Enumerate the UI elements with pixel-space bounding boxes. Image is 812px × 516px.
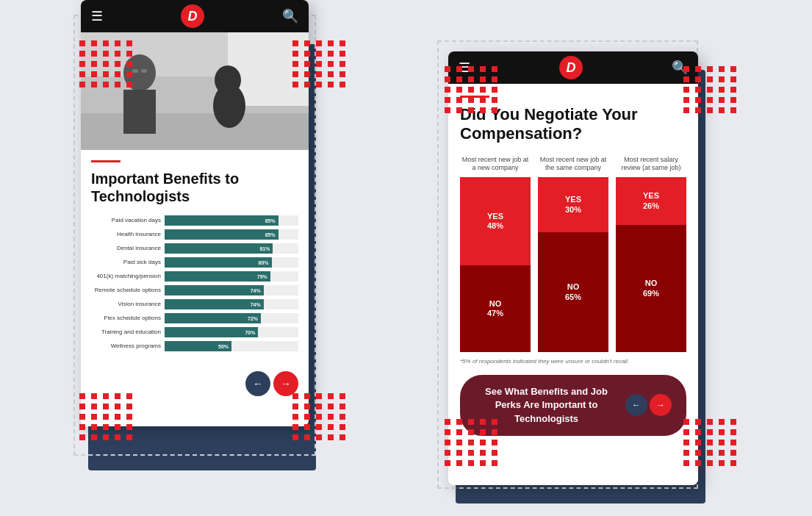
bar-label: Remote schedule options [91,287,161,294]
bar-seg-no: NO47% [460,265,531,352]
bar-value: 80% [259,260,269,265]
svg-rect-5 [123,90,156,134]
bar-column: Most recent new job at a new companyYES4… [460,156,531,352]
bar-label: Dental insurance [91,245,161,252]
bar-fill: 70% [165,327,258,337]
left-navbar: ☰ D 🔍 [81,0,309,32]
bar-value: 72% [248,316,258,321]
bar-seg-yes: YES26% [616,177,686,225]
dot-grid-top-left [79,40,134,87]
bar-col-label: Most recent salary review (at same job) [616,156,686,173]
bar-track: 85% [165,229,298,240]
bar-column: Most recent new job at the same companyY… [538,156,608,352]
bar-label: Vision insurance [91,301,161,308]
bar-value: 85% [265,218,276,223]
bar-value: 74% [251,288,261,293]
bar-fill: 80% [165,257,272,268]
cta-prev-arrow[interactable]: ← [625,394,647,416]
bar-label: Health insurance [91,231,161,238]
bar-track: 79% [165,271,298,282]
bar-row: 401(k) matching/pension79% [91,271,298,282]
cta-next-arrow[interactable]: → [650,394,672,416]
hamburger-icon[interactable]: ☰ [91,8,103,24]
bar-seg-yes: YES30% [538,177,608,232]
svg-rect-9 [141,69,147,73]
bar-row: Dental insurance81% [91,243,298,254]
bar-value: 85% [265,232,276,237]
negotiation-bar-chart: Most recent new job at a new companyYES4… [460,156,686,352]
bar-row: Flex schedule options72% [91,313,298,323]
bar-track: 81% [165,243,298,254]
dot-grid-bottom-left [79,393,134,440]
bar-value: 70% [245,330,255,335]
dot-grid-right-tl [445,66,499,113]
bar-track: 70% [165,327,298,337]
article-title: Important Benefits to Technologists [91,170,298,205]
bar-row: Wellness programs50% [91,341,298,351]
bar-row: Vision insurance74% [91,299,298,309]
bar-fill: 79% [165,271,270,282]
bar-row: Training and education70% [91,327,298,337]
bar-seg-no: NO65% [538,232,608,352]
right-logo: D [559,56,583,79]
benefits-bar-chart: Paid vacation days85%Health insurance85%… [91,215,298,351]
bar-track: 85% [165,215,298,226]
right-body: Did You Negotiate Your Compensation? Mos… [448,84,698,448]
bar-row: Health insurance85% [91,229,298,240]
bar-label: 401(k) matching/pension [91,273,161,280]
bar-value: 79% [257,274,267,279]
bar-column: Most recent salary review (at same job)Y… [616,156,686,352]
bar-stacked: YES30%NO65% [538,177,608,352]
bar-value: 74% [251,302,261,307]
dot-grid-right-br [683,419,738,466]
svg-rect-2 [81,113,309,150]
bar-fill: 74% [165,299,264,309]
svg-point-7 [213,84,245,128]
bar-fill: 74% [165,285,264,295]
bar-col-label: Most recent new job at the same company [538,156,608,173]
bar-track: 80% [165,257,298,268]
bar-value: 50% [218,344,229,349]
bar-fill: 50% [165,341,231,351]
logo: D [181,4,204,28]
cta-arrows: ← → [625,394,672,416]
prev-arrow-button[interactable]: ← [245,371,270,396]
next-arrow-button[interactable]: → [273,371,298,396]
bar-row: Paid vacation days85% [91,215,298,226]
red-line [91,160,121,162]
bar-track: 74% [165,285,298,295]
bar-row: Remote schedule options74% [91,285,298,295]
bar-stacked: YES48%NO47% [460,177,531,352]
dot-grid-top-right [292,40,347,87]
search-icon[interactable]: 🔍 [282,8,298,24]
bar-fill: 85% [165,215,279,226]
bar-stacked: YES26%NO69% [616,177,686,352]
bar-label: Flex schedule options [91,315,161,322]
article-body: Important Benefits to Technologists Paid… [81,150,309,365]
chart-footnote: *5% of respondents indicated they were u… [460,358,686,365]
bar-fill: 85% [165,229,279,240]
bar-track: 72% [165,313,298,323]
dot-grid-bottom-right [292,393,347,440]
dot-grid-right-tr [683,66,738,113]
bar-fill: 81% [165,243,273,254]
bar-label: Wellness programs [91,343,161,350]
bar-col-label: Most recent new job at a new company [460,156,531,173]
bar-label: Training and education [91,329,161,336]
bar-label: Paid sick days [91,259,161,266]
bar-track: 74% [165,299,298,309]
bar-value: 81% [259,246,270,251]
dot-grid-right-bl [445,419,499,466]
bar-label: Paid vacation days [91,217,161,224]
bar-track: 50% [165,341,298,351]
bar-seg-no: NO69% [616,225,686,352]
bar-row: Paid sick days80% [91,257,298,268]
bar-seg-yes: YES48% [460,177,531,265]
bar-fill: 72% [165,313,261,323]
